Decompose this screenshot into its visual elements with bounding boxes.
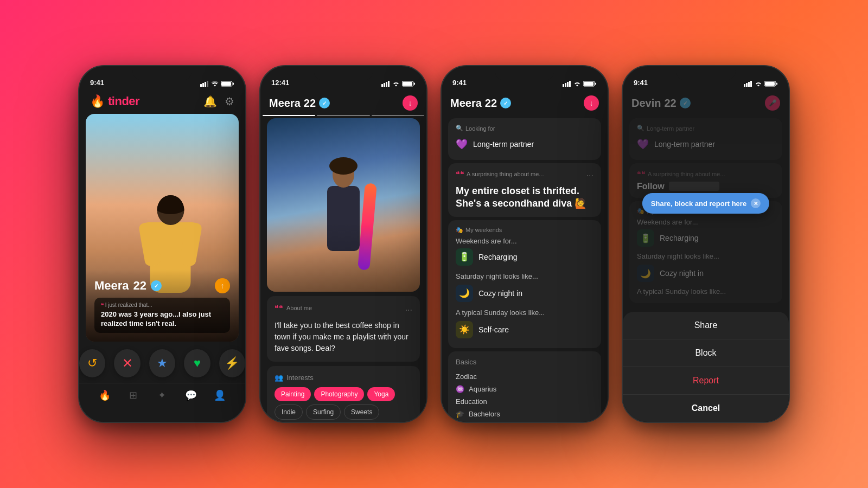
nav-explore[interactable]: ⊞ bbox=[126, 388, 141, 403]
profile-card-1[interactable]: Meera 22 ✓ ↑ ❝ I just realized that... 2… bbox=[86, 114, 239, 342]
scroll-down-button-3[interactable]: ↓ bbox=[584, 95, 599, 111]
weekend-recharging: 🔋 Recharging bbox=[456, 245, 593, 269]
lf-text-3: Long-term partner bbox=[473, 140, 534, 149]
tag-photography[interactable]: Photography bbox=[314, 387, 364, 401]
rewind-button[interactable]: ↺ bbox=[79, 349, 105, 377]
cozy-icon: 🌙 bbox=[456, 285, 473, 302]
report-action-item[interactable]: Report bbox=[623, 367, 789, 395]
wifi-icon-2 bbox=[392, 81, 400, 87]
prompt-label-1: ❝ I just realized that... bbox=[101, 302, 224, 308]
phone4-profile-name: Devin 22 ✓ bbox=[631, 97, 691, 110]
svg-rect-17 bbox=[569, 81, 571, 87]
tooltip-close-button[interactable]: ✕ bbox=[751, 198, 761, 208]
phone4-content: Devin 22 ✓ 🎤 🔍 Long-term partner 💜 Long-… bbox=[623, 90, 789, 422]
phone3-header: Meera 22 ✓ ↓ bbox=[442, 90, 608, 115]
phone2-profile-name: Meera 22 ✓ bbox=[269, 97, 330, 110]
basics-title: Basics bbox=[456, 358, 593, 366]
like-button[interactable]: ♥ bbox=[184, 349, 210, 377]
notch-4 bbox=[676, 66, 736, 80]
card-name-1: Meera 22 ✓ ↑ bbox=[94, 278, 230, 293]
status-icons-3 bbox=[563, 81, 597, 87]
block-action-item[interactable]: Block bbox=[623, 339, 789, 367]
boost-action-button[interactable]: ⚡ bbox=[219, 349, 245, 377]
svg-rect-14 bbox=[563, 84, 564, 87]
profile-name-1: Meera bbox=[94, 279, 129, 293]
nope-button[interactable]: ✕ bbox=[114, 349, 140, 377]
aquarius-icon: ♒ bbox=[456, 385, 464, 393]
svg-rect-27 bbox=[776, 83, 777, 85]
cancel-action-item[interactable]: Cancel bbox=[623, 395, 789, 422]
svg-rect-24 bbox=[750, 81, 752, 87]
svg-rect-6 bbox=[233, 83, 234, 85]
tinder-logo: 🔥 tinder bbox=[90, 94, 139, 108]
flame-icon: 🔥 bbox=[90, 94, 105, 108]
lf-icon-3: 💜 bbox=[456, 138, 468, 150]
surprising-more-button[interactable]: ··· bbox=[586, 171, 593, 181]
tinder-wordmark: tinder bbox=[108, 94, 139, 108]
photo-indicator-2 bbox=[317, 115, 369, 116]
share-action-item[interactable]: Share bbox=[623, 312, 789, 339]
svg-rect-22 bbox=[746, 83, 748, 87]
verified-badge-4: ✓ bbox=[680, 98, 691, 108]
verified-badge-1: ✓ bbox=[151, 280, 162, 291]
nav-gold[interactable]: ✦ bbox=[155, 388, 170, 403]
nav-messages[interactable]: 💬 bbox=[183, 388, 199, 403]
scroll-down-button-2[interactable]: ↓ bbox=[403, 95, 418, 111]
share-block-tooltip: Share, block and report here ✕ bbox=[642, 193, 769, 214]
phone-3: 9:41 bbox=[441, 65, 609, 423]
superlike-button[interactable]: ★ bbox=[149, 349, 175, 377]
education-item: Education bbox=[456, 395, 593, 408]
zodiac-value: ♒ Aquarius bbox=[456, 383, 593, 395]
swipe-photo-2[interactable] bbox=[267, 118, 420, 292]
nav-profile[interactable]: 👤 bbox=[212, 388, 227, 403]
nav-home[interactable]: 🔥 bbox=[97, 388, 112, 403]
verified-badge-3: ✓ bbox=[500, 98, 511, 108]
photo-indicator-1 bbox=[263, 115, 315, 116]
weekend-selfcare: ☀️ Self-care bbox=[456, 318, 593, 342]
tag-sweets[interactable]: Sweets bbox=[344, 404, 379, 420]
svg-rect-23 bbox=[748, 82, 750, 87]
svg-rect-16 bbox=[567, 82, 569, 87]
card-prompt-1: ❝ I just realized that... 2020 was 3 yea… bbox=[94, 298, 230, 333]
prompt-text-1: 2020 was 3 years ago...I also just reali… bbox=[101, 310, 224, 329]
tag-surfing[interactable]: Surfing bbox=[306, 404, 341, 420]
tag-indie[interactable]: Indie bbox=[275, 404, 303, 420]
notification-icon[interactable]: 🔔 bbox=[203, 95, 217, 108]
more-options-button[interactable]: ··· bbox=[405, 305, 412, 315]
tag-yoga[interactable]: Yoga bbox=[367, 387, 395, 401]
signal-icon-4 bbox=[744, 81, 752, 87]
wifi-icon-3 bbox=[573, 81, 581, 87]
signal-icon bbox=[200, 81, 209, 87]
surprising-section: ❝❝ A surprising thing about me... ··· My… bbox=[448, 163, 601, 217]
tag-painting[interactable]: Painting bbox=[275, 387, 311, 401]
boost-button-1[interactable]: ↑ bbox=[215, 278, 230, 293]
interests-tags: Painting Photography Yoga Indie Surfing … bbox=[275, 387, 412, 422]
education-icon: 🎓 bbox=[456, 410, 464, 418]
saturday-label: Saturday night looks like... bbox=[456, 272, 593, 280]
header-icons: 🔔 ⚙ bbox=[203, 95, 234, 108]
phone2-content: Meera 22 ✓ ↓ bbox=[260, 90, 426, 422]
filter-icon[interactable]: ⚙ bbox=[225, 95, 234, 108]
svg-rect-15 bbox=[565, 83, 566, 87]
looking-for-section: 🔍 Looking for 💜 Long-term partner bbox=[448, 118, 601, 160]
phone-2: 12:41 bbox=[259, 65, 427, 423]
action-buttons-1: ↺ ✕ ★ ♥ ⚡ bbox=[79, 342, 245, 383]
signal-icon-3 bbox=[563, 81, 571, 87]
zodiac-label: Zodiac bbox=[456, 373, 477, 381]
phone3-profile-name: Meera 22 ✓ bbox=[450, 97, 511, 110]
time-1: 9:41 bbox=[90, 79, 104, 87]
svg-rect-3 bbox=[207, 81, 208, 87]
phones-container: 9:41 bbox=[67, 54, 801, 434]
sunday-label: A typical Sunday looks like... bbox=[456, 309, 593, 317]
svg-rect-5 bbox=[221, 82, 231, 86]
phone1-content: 🔥 tinder 🔔 ⚙ bbox=[79, 90, 245, 422]
search-icon-3: 🔍 bbox=[456, 125, 463, 132]
time-2: 12:41 bbox=[271, 79, 289, 87]
time-3: 9:41 bbox=[452, 79, 467, 87]
selfcare-text: Self-care bbox=[478, 325, 509, 334]
card-info-1: Meera 22 ✓ ↑ ❝ I just realized that... 2… bbox=[86, 269, 239, 342]
cozy-text: Cozy night in bbox=[478, 289, 522, 298]
voice-button-4[interactable]: 🎤 bbox=[765, 95, 780, 111]
status-icons-4 bbox=[744, 81, 778, 87]
interests-icon: 👥 bbox=[275, 374, 283, 382]
